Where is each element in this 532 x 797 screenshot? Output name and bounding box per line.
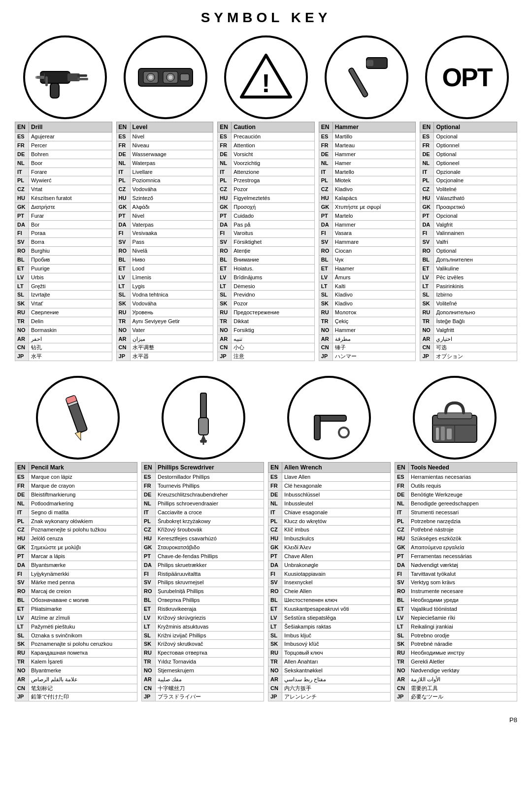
top-icons-row: ! OPT	[15, 35, 517, 119]
top-tables-row: ENDrill ESAgujerear FRPercer DEBohren NL…	[15, 122, 517, 361]
svg-rect-0	[40, 71, 70, 83]
drill-header-label: Drill	[29, 122, 112, 133]
optional-icon: OPT	[425, 35, 509, 119]
svg-point-13	[149, 75, 153, 79]
svg-point-34	[339, 428, 349, 437]
caution-icon: !	[224, 35, 308, 119]
drill-table: ENDrill ESAgujerear FRPercer DEBohren NL…	[15, 122, 112, 361]
opt-label: OPT	[442, 63, 492, 92]
svg-rect-21	[366, 60, 373, 66]
svg-rect-2	[77, 74, 87, 77]
svg-rect-41	[447, 429, 452, 439]
svg-rect-22	[348, 67, 368, 98]
tools-needed-icon	[413, 376, 497, 460]
svg-rect-17	[180, 74, 189, 81]
svg-point-16	[168, 75, 172, 79]
page-title: SYMBOL KEY	[15, 10, 517, 26]
svg-rect-28	[199, 418, 208, 435]
svg-rect-33	[314, 415, 320, 440]
bottom-tables-row: ENPencil Mark ESMarque con lápiz FRMarqu…	[15, 462, 517, 701]
phillips-table: ENPhillips Screwdriver ESDestornillador …	[141, 462, 264, 701]
svg-marker-24	[75, 432, 83, 441]
allen-table: ENAllen Wrench ESLlave Allen FRClé hexag…	[268, 462, 391, 701]
svg-marker-6	[35, 76, 37, 79]
bottom-icons-row	[15, 376, 517, 460]
svg-rect-4	[45, 76, 48, 86]
caution-table: ENCaution ESPrecaución FRAttention DEVor…	[217, 122, 315, 361]
svg-rect-39	[436, 428, 439, 440]
pencil-mark-icon	[36, 376, 120, 460]
svg-text:!: !	[262, 69, 270, 98]
phillips-screwdriver-icon	[162, 376, 245, 460]
tools-table: ENTools Needed ESHerramientas necesarias…	[395, 462, 517, 701]
hammer-table: ENHammer ESMartillo FRMarteau DEHammer N…	[319, 122, 416, 361]
hammer-icon	[325, 35, 408, 119]
svg-rect-27	[200, 393, 206, 420]
allen-wrench-icon	[287, 376, 371, 460]
svg-rect-7	[50, 83, 59, 98]
optional-table: ENOptional ESOpcional FROptionnel DEOpti…	[420, 122, 517, 361]
level-table: ENLevel ESNivel FRNiveau DEWasserwaage N…	[116, 122, 214, 361]
drill-header-code: EN	[15, 122, 29, 133]
svg-rect-36	[437, 413, 472, 419]
svg-rect-40	[441, 427, 445, 440]
page-number: P8	[15, 716, 517, 724]
pencil-table: ENPencil Mark ESMarque con lápiz FRMarqu…	[15, 462, 137, 701]
drill-icon	[23, 35, 107, 119]
svg-rect-3	[77, 78, 88, 80]
level-icon	[124, 35, 207, 119]
